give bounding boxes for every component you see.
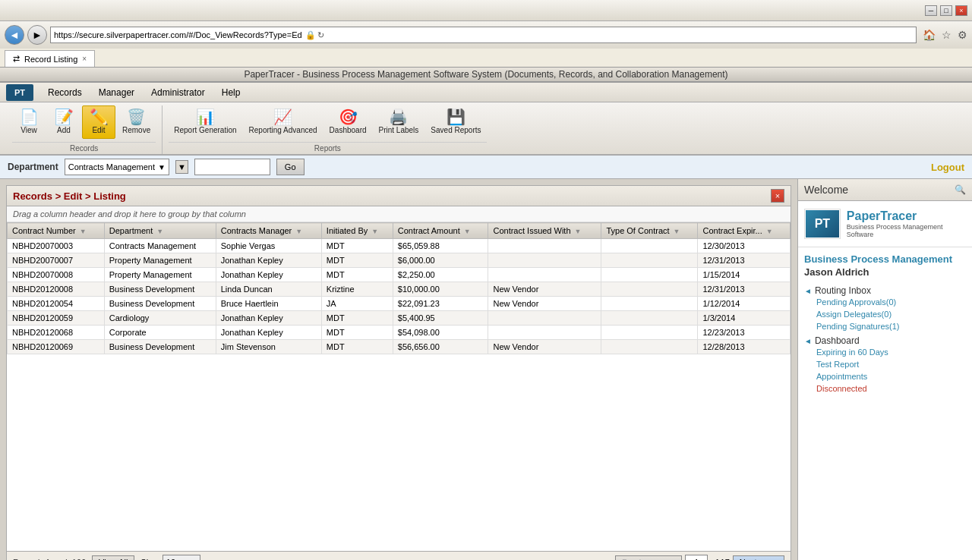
star-icon[interactable]: ☆ <box>942 29 951 41</box>
ribbon-reports-buttons: 📊 Report Generation 📈 Reporting Advanced… <box>169 105 486 140</box>
add-btn[interactable]: 📝 Add <box>47 105 80 139</box>
table-row[interactable]: NBHD20120068CorporateJonathan KepleyMDT$… <box>8 326 791 340</box>
user-name: Jason Aldrich <box>804 266 966 278</box>
go-button[interactable]: Go <box>276 159 305 175</box>
reports-group-label: Reports <box>169 142 486 154</box>
reporting-adv-icon: 📈 <box>273 109 292 124</box>
table-row[interactable]: NBHD20070003Contracts ManagementSophie V… <box>8 239 791 253</box>
tree-child-item[interactable]: Appointments <box>816 370 966 382</box>
logout-button[interactable]: Logout <box>931 162 964 173</box>
menu-administrator[interactable]: Administrator <box>143 84 213 101</box>
next-page-btn[interactable]: Next page <box>733 555 784 560</box>
tree-toggle-icon: ◄ <box>804 287 812 295</box>
col-initiated-by[interactable]: Initiated By ▼ <box>321 223 393 239</box>
dept-bar: Department Contracts Management ▼ ▼ Go L… <box>0 156 972 179</box>
table-row[interactable]: NBHD20120054Business DevelopmentBruce Ha… <box>8 297 791 311</box>
tree-child-item[interactable]: Expiring in 60 Days <box>816 346 966 358</box>
home-icon[interactable]: 🏠 <box>923 29 936 41</box>
forward-btn[interactable]: ► <box>27 25 47 45</box>
pt-logo-small: PT <box>6 84 33 101</box>
tree-toggle-icon: ◄ <box>804 337 812 345</box>
tree-parent-item: ◄Routing InboxPending Approvals(0)Assign… <box>804 284 966 334</box>
pt-logo-inner: PT <box>806 210 839 238</box>
sidebar-header: Welcome 🔍 <box>798 179 972 201</box>
tree-parent-label[interactable]: ◄Dashboard <box>804 335 966 346</box>
table-row[interactable]: NBHD20120008Business DevelopmentLinda Du… <box>8 282 791 297</box>
reporting-adv-label: Reporting Advanced <box>249 126 317 135</box>
tree-child-item[interactable]: Pending Approvals(0) <box>816 296 966 308</box>
print-icon: 🖨️ <box>389 109 408 124</box>
active-tab[interactable]: ⇄ Record Listing × <box>5 50 95 67</box>
sidebar: Welcome 🔍 PT PaperTracer Business Proces… <box>797 179 972 560</box>
tree-child-item[interactable]: Assign Delegates(0) <box>816 308 966 320</box>
panel-close-btn[interactable]: × <box>771 189 784 203</box>
remove-btn[interactable]: 🗑️ Remove <box>117 105 156 139</box>
table-row[interactable]: NBHD20070008Property ManagementJonathan … <box>8 268 791 282</box>
menu-records[interactable]: Records <box>39 84 90 101</box>
back-btn[interactable]: ◄ <box>5 25 24 45</box>
dept-label: Department <box>8 162 58 172</box>
print-labels-btn[interactable]: 🖨️ Print Labels <box>374 105 424 139</box>
restore-btn[interactable]: □ <box>940 5 952 16</box>
tree-parent-item: ◄DashboardExpiring in 60 DaysTest Report… <box>804 334 966 396</box>
col-type-of-contract[interactable]: Type Of Contract ▼ <box>601 223 698 239</box>
settings-icon[interactable]: ⚙ <box>958 29 967 41</box>
tab-icon: ⇄ <box>13 54 20 64</box>
dashboard-btn[interactable]: 🎯 Dashboard <box>324 105 372 139</box>
col-contract-amount[interactable]: Contract Amount ▼ <box>393 223 488 239</box>
tree-children: Expiring in 60 DaysTest ReportAppointmen… <box>804 346 966 395</box>
records-table: Contract Number ▼ Department ▼ Contracts… <box>7 222 791 354</box>
records-group-label: Records <box>12 142 156 154</box>
view-all-btn[interactable]: View All <box>92 555 134 560</box>
tree-child-item[interactable]: Test Report <box>816 358 966 370</box>
browser-titlebar: ─ □ × <box>0 0 972 21</box>
col-contract-expiry[interactable]: Contract Expir... ▼ <box>698 223 791 239</box>
col-contracts-manager[interactable]: Contracts Manager ▼ <box>216 223 321 239</box>
size-dropdown[interactable]: 10 25 50 <box>163 555 200 560</box>
saved-reports-label: Saved Reports <box>431 126 481 135</box>
address-text: https://secure.silverpapertracer.com/#/D… <box>54 30 302 39</box>
lock-icon[interactable]: 🔒 <box>305 30 316 40</box>
ribbon: 📄 View 📝 Add ✏️ Edit 🗑️ Remove Records 📊… <box>0 102 972 156</box>
col-department[interactable]: Department ▼ <box>104 223 216 239</box>
page-input[interactable] <box>685 555 708 560</box>
search-input[interactable] <box>194 159 270 175</box>
refresh-icon[interactable]: ↻ <box>317 30 324 40</box>
close-btn[interactable]: × <box>955 5 967 16</box>
table-row[interactable]: NBHD20120059CardiologyJonathan KepleyMDT… <box>8 311 791 326</box>
reporting-advanced-btn[interactable]: 📈 Reporting Advanced <box>244 105 323 139</box>
toolbar-icons: 🏠 ☆ ⚙ <box>923 29 967 41</box>
drag-hint: Drag a column header and drop it here to… <box>7 206 791 222</box>
tab-close-btn[interactable]: × <box>82 55 87 63</box>
tree-parent-label[interactable]: ◄Routing Inbox <box>804 285 966 296</box>
browser-navbar: ◄ ► https://secure.silverpapertracer.com… <box>0 21 972 49</box>
menu-manager[interactable]: Manager <box>90 84 143 101</box>
table-row[interactable]: NBHD20120069Business DevelopmentJim Stev… <box>8 340 791 354</box>
page-nav: Previous page of 17 Next page <box>615 555 784 560</box>
ribbon-records-buttons: 📄 View 📝 Add ✏️ Edit 🗑️ Remove <box>12 105 156 140</box>
edit-icon: ✏️ <box>90 109 109 124</box>
report-generation-btn[interactable]: 📊 Report Generation <box>169 105 241 139</box>
tree-child-item[interactable]: Disconnected <box>816 382 966 395</box>
view-btn[interactable]: 📄 View <box>12 105 46 139</box>
table-container: Contract Number ▼ Department ▼ Contracts… <box>7 222 791 551</box>
minimize-btn[interactable]: ─ <box>925 5 937 16</box>
dashboard-label: Dashboard <box>330 126 367 135</box>
search-toggle[interactable]: ▼ <box>175 160 188 174</box>
ribbon-reports-group: 📊 Report Generation 📈 Reporting Advanced… <box>163 105 492 154</box>
menu-help[interactable]: Help <box>213 84 249 101</box>
col-contract-number[interactable]: Contract Number ▼ <box>8 223 105 239</box>
sidebar-title: Welcome <box>804 184 848 196</box>
edit-btn[interactable]: ✏️ Edit <box>82 105 115 139</box>
dept-dropdown[interactable]: Contracts Management ▼ <box>65 159 169 175</box>
prev-page-btn[interactable]: Previous page <box>615 555 682 560</box>
saved-reports-btn[interactable]: 💾 Saved Reports <box>425 105 486 139</box>
col-contract-issued-with[interactable]: Contract Issued With ▼ <box>488 223 601 239</box>
ribbon-records-group: 📄 View 📝 Add ✏️ Edit 🗑️ Remove Records <box>6 105 163 154</box>
tab-title: Record Listing <box>24 55 77 64</box>
table-row[interactable]: NBHD20070007Property ManagementJonathan … <box>8 253 791 268</box>
report-gen-icon: 📊 <box>196 109 215 124</box>
sidebar-search-icon[interactable]: 🔍 <box>955 184 966 195</box>
panel-footer: Records found: 166 View All Size: 10 25 … <box>7 551 791 560</box>
tree-child-item[interactable]: Pending Signatures(1) <box>816 320 966 332</box>
